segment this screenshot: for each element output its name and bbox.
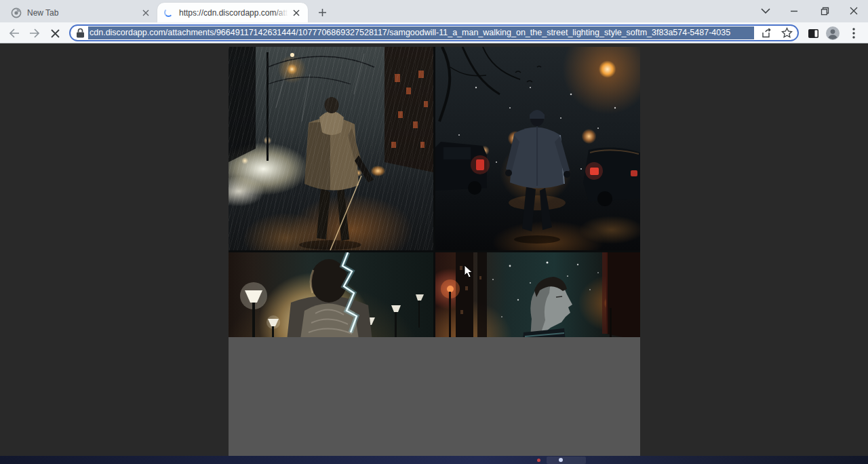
side-panel-icon: [808, 28, 819, 39]
bookmark-star-icon: [781, 27, 793, 39]
quadrant-art: [435, 47, 640, 250]
page-content: [0, 43, 868, 456]
window-chevron-button[interactable]: [754, 2, 777, 20]
back-button[interactable]: [5, 25, 23, 41]
image-grid-loaded: [229, 47, 640, 337]
tab-title: New Tab: [27, 8, 140, 18]
bookmark-button[interactable]: [780, 26, 793, 40]
window-minimize-button[interactable]: [783, 2, 806, 20]
quadrant-art: [229, 47, 433, 250]
tab-close-button[interactable]: [290, 7, 302, 19]
close-icon: [142, 9, 149, 16]
profile-button[interactable]: [824, 25, 842, 41]
new-tab-button[interactable]: [315, 5, 330, 20]
image-quadrant-top-right: [435, 47, 640, 250]
tab-close-button[interactable]: [140, 7, 152, 19]
forward-icon: [29, 28, 40, 38]
taskbar-active-app: [547, 457, 586, 464]
forward-button[interactable]: [26, 25, 43, 41]
loading-spinner-icon: [163, 7, 174, 18]
image-loading-placeholder: [229, 337, 640, 456]
minimize-icon: [790, 7, 798, 15]
tab-title: https://cdn.discordapp.com/atta: [179, 8, 290, 18]
quadrant-art: [435, 252, 640, 337]
quadrant-art: [229, 252, 433, 337]
stop-loading-button[interactable]: [46, 25, 64, 41]
side-panel-button[interactable]: [804, 25, 822, 41]
menu-kebab-icon: [852, 28, 855, 39]
chevron-down-icon: [761, 8, 770, 14]
tab-new-tab[interactable]: New Tab: [5, 3, 157, 22]
lock-icon[interactable]: [76, 28, 85, 38]
cdn-image[interactable]: [229, 47, 640, 456]
share-button[interactable]: [760, 26, 774, 40]
browser-menu-button[interactable]: [845, 25, 863, 41]
close-icon: [850, 7, 858, 15]
browser-toolbar: cdn.discordapp.com/attachments/966491171…: [0, 22, 868, 43]
address-bar[interactable]: cdn.discordapp.com/attachments/966491171…: [69, 24, 799, 41]
tab-strip: New Tab https://cdn.discordapp.com/atta: [0, 0, 868, 22]
chrome-logo-icon: [11, 7, 22, 18]
restore-icon: [821, 7, 829, 16]
image-quadrant-bottom-right: [435, 252, 640, 337]
image-quadrant-top-left: [229, 47, 433, 250]
taskbar[interactable]: [0, 456, 868, 464]
window-restore-button[interactable]: [813, 2, 836, 20]
tab-discord-cdn[interactable]: https://cdn.discordapp.com/atta: [157, 3, 308, 22]
share-icon: [762, 28, 772, 39]
browser-window: New Tab https://cdn.discordapp.com/atta: [0, 0, 868, 464]
profile-avatar-icon: [825, 26, 840, 41]
url-text: cdn.discordapp.com/attachments/966491171…: [88, 26, 754, 39]
taskbar-icon-dot: [537, 459, 540, 462]
image-quadrant-bottom-left: [229, 252, 433, 337]
plus-icon: [318, 8, 327, 17]
window-close-button[interactable]: [842, 2, 865, 20]
taskbar-icon-dot: [559, 458, 563, 462]
stop-icon: [51, 29, 60, 38]
close-icon: [293, 9, 300, 16]
back-icon: [9, 28, 20, 38]
